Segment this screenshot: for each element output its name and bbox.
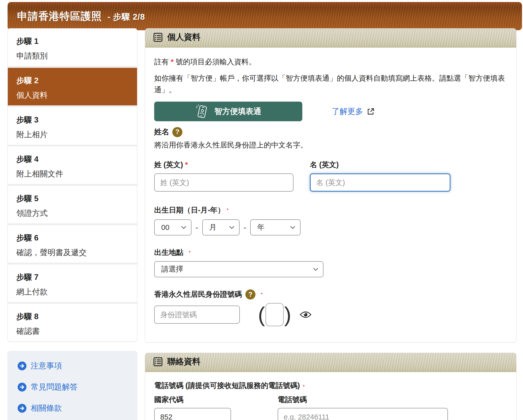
birthplace-label: 出生地點 [154, 248, 183, 258]
help-links-panel: 注意事項 常見問題解答 相關條款 技術支援熱線 [8, 351, 137, 420]
name-description: 將沿用你香港永久性居民身份證上的中文名字。 [154, 140, 507, 150]
step-label: 領證方式 [16, 208, 128, 219]
personal-particulars-panel: 個人資料 註有*號的項目必須輸入資料。 如你擁有「智方便」帳戶，你可選擇以「智方… [145, 28, 516, 343]
hkid-help-icon[interactable]: ? [245, 289, 255, 299]
step-label: 確認，聲明書及遞交 [16, 247, 128, 258]
form-icon [153, 33, 163, 42]
circle-arrow-icon [17, 382, 27, 392]
dob-dash: - [244, 223, 246, 232]
iamsmart-fill-form-button[interactable]: 智方便填表通 [154, 102, 302, 121]
main-content: 個人資料 註有*號的項目必須輸入資料。 如你擁有「智方便」帳戶，你可選擇以「智方… [145, 28, 516, 420]
link-faq[interactable]: 常見問題解答 [17, 382, 127, 392]
sidebar-item-step2-active[interactable]: 步驟 2 個人資料 [8, 68, 137, 105]
dob-day-select[interactable]: 00 [154, 219, 191, 235]
link-important-notes[interactable]: 注意事項 [17, 361, 127, 371]
required-asterisk: * [301, 384, 307, 389]
required-fields-note: 註有*號的項目必須輸入資料。 [154, 56, 507, 67]
dob-month-select[interactable]: 月 [202, 219, 240, 235]
givenname-input[interactable] [310, 173, 450, 192]
sidebar-item-step7[interactable]: 步驟 7 網上付款 [8, 264, 137, 302]
page-title: 申請香港特區護照 - 步驟 2/8 [17, 9, 145, 23]
step-label: 申請類別 [16, 51, 128, 61]
chevron-down-icon [313, 267, 318, 271]
name-heading: 姓名 [154, 127, 169, 137]
dob-day-value: 00 [161, 223, 169, 232]
paren-close: ) [284, 306, 291, 324]
dob-month-value: 月 [209, 222, 217, 232]
required-asterisk: * [183, 161, 190, 169]
paren-open: ( [258, 306, 265, 324]
country-code-group: 國家代碼 [154, 395, 231, 420]
section-title: 個人資料 [167, 32, 201, 43]
page-step-indicator: - 步驟 2/8 [107, 12, 145, 21]
country-code-label: 國家代碼 [154, 395, 231, 405]
link-related-terms[interactable]: 相關條款 [17, 403, 127, 413]
step-label: 附上相關文件 [16, 169, 128, 179]
sidebar-item-step4[interactable]: 步驟 4 附上相關文件 [8, 146, 137, 184]
step-number: 步驟 5 [16, 193, 128, 204]
step-number: 步驟 7 [16, 272, 128, 283]
surname-input[interactable] [154, 173, 293, 192]
page-header-bar: 申請香港特區護照 - 步驟 2/8 [8, 2, 522, 30]
hkid-label-row: 香港永久性居民身份證號碼 ? * [154, 289, 507, 299]
phone-number-label: 電話號碼 [278, 395, 448, 405]
chevron-down-icon [290, 226, 296, 229]
phone-section-label: 電話號碼 (請提供可接收短訊服務的電話號碼) [154, 381, 300, 389]
external-link-icon [367, 108, 374, 115]
link-label: 注意事項 [31, 361, 62, 371]
sidebar-item-step3[interactable]: 步驟 3 附上相片 [8, 107, 137, 145]
personal-particulars-header: 個人資料 [145, 28, 516, 48]
steps-sidebar: 步驟 1 申請類別 步驟 2 個人資料 步驟 3 附上相片 步驟 4 附上相關文… [8, 28, 137, 342]
sidebar-item-step8[interactable]: 步驟 8 確認書 [8, 304, 137, 341]
surname-field-group: 姓 (英文)* [154, 160, 293, 192]
step-label: 確認書 [16, 326, 128, 337]
circle-arrow-icon [17, 404, 27, 413]
hkid-visibility-toggle[interactable] [300, 311, 311, 319]
step-label: 個人資料 [16, 90, 128, 101]
givenname-label: 名 (英文) [310, 160, 450, 170]
step-label: 網上付款 [16, 287, 128, 297]
step-label: 附上相片 [16, 129, 128, 140]
iamsmart-phone-icon [195, 104, 209, 119]
dob-dash: - [195, 223, 198, 232]
phone-number-group: 電話號碼 [278, 395, 448, 420]
learn-more-link[interactable]: 了解更多 [332, 106, 374, 117]
phone-fields-row: 國家代碼 電話號碼 [154, 395, 507, 420]
section-title: 聯絡資料 [167, 356, 201, 367]
step-number: 步驟 1 [16, 36, 128, 47]
phone-section-label-row: 電話號碼 (請提供可接收短訊服務的電話號碼) * [154, 381, 507, 391]
required-asterisk: * [169, 58, 176, 66]
contact-info-header: 聯絡資料 [145, 353, 516, 372]
sidebar-item-step5[interactable]: 步驟 5 領證方式 [8, 186, 137, 223]
country-code-input[interactable] [154, 408, 231, 420]
chevron-down-icon [181, 226, 186, 229]
birthplace-label-row: 出生地點 * [154, 248, 507, 258]
learn-more-label: 了解更多 [332, 106, 363, 117]
dob-year-select[interactable]: 年 [250, 219, 301, 235]
required-asterisk: * [259, 292, 265, 297]
hkid-check-digit-input[interactable] [266, 303, 284, 326]
contact-info-body: 電話號碼 (請提供可接收短訊服務的電話號碼) * 國家代碼 電話號碼 [145, 372, 516, 420]
step-number: 步驟 4 [16, 154, 128, 165]
step-number: 步驟 6 [16, 233, 128, 243]
birthplace-select[interactable]: 請選擇 [154, 261, 323, 277]
sidebar-item-step1[interactable]: 步驟 1 申請類別 [8, 28, 137, 66]
givenname-field-group: 名 (英文) [310, 160, 450, 192]
sidebar-item-step6[interactable]: 步驟 6 確認，聲明書及遞交 [8, 225, 137, 263]
birthplace-value: 請選擇 [161, 264, 183, 274]
link-label: 相關條款 [31, 403, 62, 413]
dob-label: 出生日期（日-月-年） [154, 205, 225, 215]
required-asterisk: * [225, 208, 230, 213]
eye-icon [300, 311, 311, 319]
step-number: 步驟 8 [16, 311, 128, 322]
page-title-text: 申請香港特區護照 [17, 10, 102, 22]
hkid-number-input[interactable] [154, 306, 240, 324]
step-number: 步驟 2 [16, 75, 128, 86]
phone-number-input[interactable] [278, 408, 448, 420]
dob-label-row: 出生日期（日-月-年） * [154, 205, 507, 215]
chevron-down-icon [229, 226, 235, 229]
iamsmart-button-label: 智方便填表通 [214, 106, 261, 117]
name-help-icon[interactable]: ? [172, 127, 182, 137]
dob-year-value: 年 [257, 222, 265, 232]
iamsmart-description: 如你擁有「智方便」帳戶，你可選擇以「智方便填表通」的個人資料自動填寫網上表格。請… [154, 72, 507, 96]
